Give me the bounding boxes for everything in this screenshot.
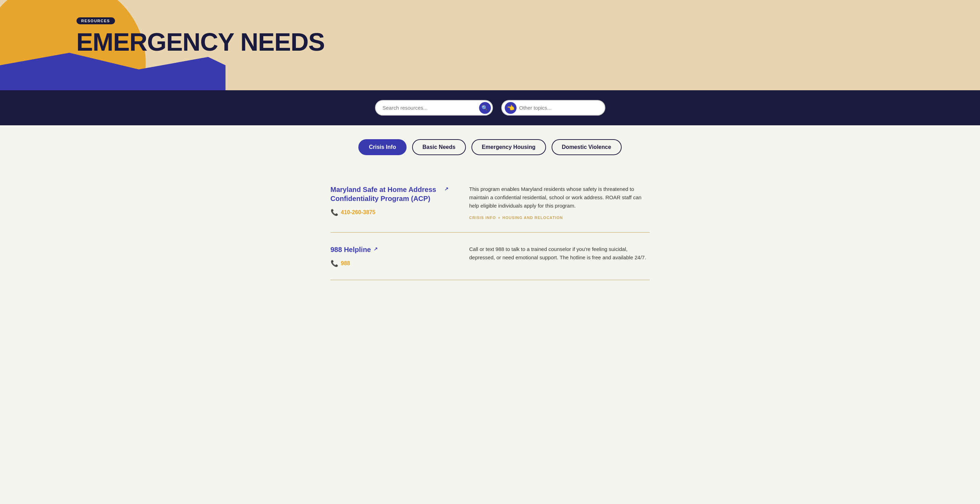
hand-point-icon: 👈 [507, 104, 514, 112]
tab-emergency-housing[interactable]: Emergency Housing [471, 139, 546, 155]
topics-wrapper: 👈 [501, 100, 605, 116]
resource-right-col: Call or text 988 to talk to a trained co… [469, 245, 650, 267]
search-icon: 🔍 [482, 105, 488, 111]
search-button[interactable]: 🔍 [479, 102, 491, 114]
search-input[interactable] [375, 100, 493, 116]
tag-separator: + [498, 215, 500, 220]
tab-basic-needs[interactable]: Basic Needs [412, 139, 466, 155]
resource-description: Call or text 988 to talk to a trained co… [469, 245, 650, 262]
resource-tag-2: HOUSING AND RELOCATION [502, 215, 563, 220]
resource-link[interactable]: Maryland Safe at Home Address Confidenti… [331, 185, 449, 203]
phone-icon: 📞 [331, 260, 338, 267]
resource-title: 988 Helpline ↗ [331, 245, 449, 254]
phone-number: 988 [341, 260, 350, 266]
page-title: EMERGENCY NEEDS [76, 29, 980, 56]
content-section: Maryland Safe at Home Address Confidenti… [317, 166, 663, 301]
resource-tag-1: CRISIS INFO [469, 215, 496, 220]
resource-title-text: 988 Helpline [331, 245, 371, 254]
resource-item: 988 Helpline ↗ 📞 988 Call or text 988 to… [331, 233, 650, 280]
external-link-icon: ↗ [444, 186, 449, 192]
topics-input[interactable] [501, 100, 605, 116]
resources-badge: RESOURCES [76, 18, 115, 24]
tab-domestic-violence[interactable]: Domestic Violence [552, 139, 622, 155]
external-link-icon: ↗ [374, 246, 378, 252]
tab-crisis-info[interactable]: Crisis Info [358, 139, 406, 155]
hero-text-area: RESOURCES EMERGENCY NEEDS [0, 18, 980, 56]
resource-description: This program enables Maryland residents … [469, 185, 650, 210]
phone-number: 410-260-3875 [341, 209, 376, 215]
resource-phone: 📞 988 [331, 260, 449, 267]
resource-phone: 📞 410-260-3875 [331, 209, 449, 216]
phone-icon: 📞 [331, 209, 338, 216]
search-wrapper: 🔍 [375, 100, 493, 116]
resource-item: Maryland Safe at Home Address Confidenti… [331, 172, 650, 233]
resource-title: Maryland Safe at Home Address Confidenti… [331, 185, 449, 203]
tabs-section: Crisis Info Basic Needs Emergency Housin… [0, 125, 980, 166]
resource-left-col: 988 Helpline ↗ 📞 988 [331, 245, 449, 267]
search-section: 🔍 👈 [0, 90, 980, 125]
resource-tags: CRISIS INFO + HOUSING AND RELOCATION [469, 215, 650, 220]
resource-title-text: Maryland Safe at Home Address Confidenti… [331, 185, 442, 203]
resource-left-col: Maryland Safe at Home Address Confidenti… [331, 185, 449, 220]
hero-section: RESOURCES EMERGENCY NEEDS [0, 0, 980, 90]
resource-link[interactable]: 988 Helpline ↗ [331, 245, 378, 254]
topics-icon: 👈 [505, 102, 517, 114]
resource-right-col: This program enables Maryland residents … [469, 185, 650, 220]
